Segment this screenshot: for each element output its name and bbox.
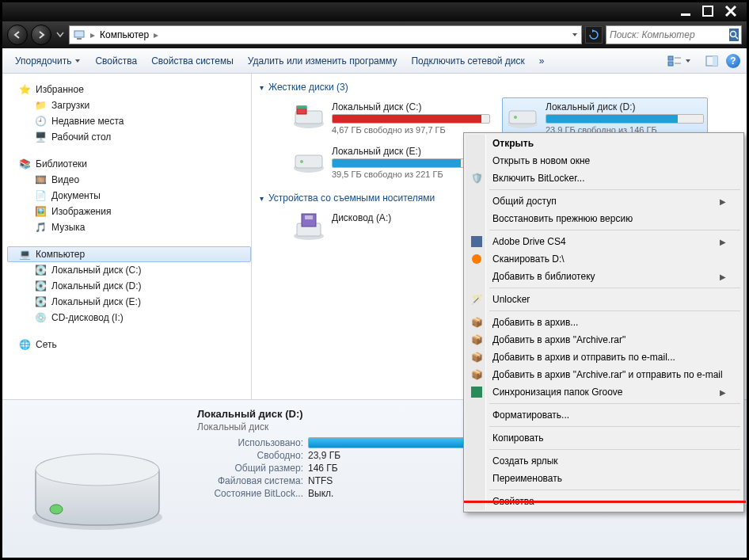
desktop-icon: 🖥️: [34, 131, 47, 143]
svg-rect-7: [668, 62, 673, 66]
ctx-shortcut[interactable]: Создать ярлык: [466, 452, 742, 470]
svg-point-30: [472, 254, 481, 264]
floppy-icon: [292, 212, 325, 241]
ctx-add-library[interactable]: Добавить в библиотеку▶: [466, 268, 742, 285]
maximize-button[interactable]: [702, 6, 713, 19]
sidebar-item-pictures[interactable]: 🖼️Изображения: [7, 204, 251, 219]
drive-icon: [292, 146, 325, 174]
sidebar-item-recent[interactable]: 🕘Недавние места: [7, 113, 251, 129]
svg-rect-3: [77, 38, 82, 40]
sidebar-item-desktop[interactable]: 🖥️Рабочий стол: [7, 129, 251, 145]
video-icon: 🎞️: [34, 173, 47, 186]
ctx-groove-sync[interactable]: Синхронизация папок Groove▶: [466, 383, 742, 401]
explorer-window: ▸ Компьютер ▸ Упорядочить Свойства Свойс…: [0, 0, 749, 560]
back-button[interactable]: [7, 25, 28, 45]
address-dropdown[interactable]: [572, 32, 578, 38]
star-icon: ⭐: [18, 83, 31, 96]
computer-header[interactable]: 💻Компьютер: [7, 246, 251, 262]
refresh-button[interactable]: [585, 26, 603, 44]
search-icon[interactable]: [729, 29, 739, 41]
fs-value: NTFS: [308, 475, 333, 486]
category-hdd[interactable]: ▾Жесткие диски (3): [257, 80, 742, 97]
minimize-button[interactable]: [680, 6, 691, 19]
favorites-header[interactable]: ⭐Избранное: [7, 82, 251, 97]
computer-icon: 💻: [18, 248, 31, 261]
ctx-bitlocker[interactable]: 🛡️Включить BitLocker...: [466, 170, 742, 187]
system-properties-button[interactable]: Свойства системы: [145, 52, 240, 70]
adobe-icon: [470, 234, 484, 249]
drive-large-icon: [26, 424, 169, 535]
chevron-right-icon: ▶: [720, 238, 726, 246]
ctx-unlocker[interactable]: 🪄Unlocker: [466, 291, 742, 308]
ctx-add-archive-email[interactable]: 📦Добавить в архив и отправить по e-mail.…: [466, 349, 742, 366]
command-bar: Упорядочить Свойства Свойства системы Уд…: [2, 48, 747, 74]
sidebar-item-music[interactable]: 🎵Музыка: [7, 219, 251, 235]
free-value: 23,9 ГБ: [308, 450, 340, 461]
sidebar-item-videos[interactable]: 🎞️Видео: [7, 172, 251, 188]
chevron-right-icon: ▶: [720, 197, 726, 206]
ctx-copy[interactable]: Копировать: [466, 429, 742, 447]
groove-icon: [470, 385, 484, 399]
documents-icon: 📄: [34, 189, 47, 202]
cd-icon: 💿: [34, 311, 47, 324]
help-button[interactable]: ?: [726, 54, 740, 68]
organize-button[interactable]: Упорядочить: [9, 52, 87, 70]
network-icon: 🌐: [18, 338, 31, 351]
sidebar-item-documents[interactable]: 📄Документы: [7, 188, 251, 204]
breadcrumb-segment[interactable]: Компьютер: [100, 29, 149, 40]
ctx-rename[interactable]: Переименовать: [466, 470, 742, 487]
svg-rect-29: [471, 236, 482, 247]
properties-button[interactable]: Свойства: [89, 52, 143, 70]
address-bar[interactable]: ▸ Компьютер ▸: [69, 25, 582, 44]
ctx-open-new-window[interactable]: Открыть в новом окне: [466, 152, 742, 170]
svg-rect-25: [305, 215, 313, 219]
ctx-open[interactable]: Открыть: [466, 135, 742, 152]
drive-icon: [292, 101, 325, 130]
folder-icon: 📁: [34, 99, 47, 112]
libraries-header[interactable]: 📚Библиотеки: [7, 156, 251, 172]
toolbar-overflow[interactable]: »: [533, 52, 551, 70]
uninstall-button[interactable]: Удалить или изменить программу: [241, 52, 404, 70]
ctx-add-archive[interactable]: 📦Добавить в архив...: [466, 314, 742, 331]
sidebar-item-drive-c[interactable]: 💽Локальный диск (C:): [7, 262, 251, 278]
ctx-add-archive-rar-email[interactable]: 📦Добавить в архив "Archive.rar" и отправ…: [466, 366, 742, 383]
sidebar-item-drive-d[interactable]: 💽Локальный диск (D:): [7, 278, 251, 294]
usage-bar: [332, 114, 490, 124]
shield-icon: 🛡️: [470, 171, 484, 185]
total-label: Общий размер:: [197, 463, 308, 474]
search-input[interactable]: [610, 29, 729, 40]
search-box[interactable]: [606, 25, 742, 44]
svg-line-5: [736, 36, 738, 39]
ctx-format[interactable]: Форматировать...: [466, 406, 742, 424]
sidebar-item-downloads[interactable]: 📁Загрузки: [7, 97, 251, 113]
sidebar-item-drive-e[interactable]: 💽Локальный диск (E:): [7, 294, 251, 310]
svg-point-21: [300, 160, 303, 163]
network-header[interactable]: 🌐Сеть: [7, 337, 251, 352]
sidebar-item-cd[interactable]: 💿CD-дисковод (I:): [7, 310, 251, 326]
ctx-restore[interactable]: Восстановить прежнюю версию: [466, 210, 742, 227]
ctx-adobe-drive[interactable]: Adobe Drive CS4▶: [466, 233, 742, 250]
computer-icon: [73, 29, 86, 41]
wand-icon: 🪄: [470, 292, 484, 307]
nav-history-dropdown[interactable]: [55, 27, 66, 43]
drive-icon: 💽: [34, 280, 47, 292]
winrar-icon: 📦: [470, 333, 484, 347]
chevron-right-icon: ▸: [152, 29, 160, 40]
ctx-share[interactable]: Общий доступ▶: [466, 192, 742, 210]
winrar-icon: 📦: [470, 350, 484, 364]
winrar-icon: 📦: [470, 368, 484, 382]
svg-rect-2: [74, 31, 84, 37]
ctx-add-archive-rar[interactable]: 📦Добавить в архив "Archive.rar": [466, 331, 742, 349]
close-button[interactable]: [724, 5, 737, 20]
ctx-scan[interactable]: Сканировать D:\: [466, 250, 742, 268]
svg-rect-11: [713, 56, 717, 66]
svg-point-4: [731, 32, 736, 37]
highlight-annotation: [464, 501, 746, 503]
map-drive-button[interactable]: Подключить сетевой диск: [405, 52, 530, 70]
total-value: 146 ГБ: [308, 463, 338, 474]
forward-button[interactable]: [31, 25, 51, 45]
preview-pane-button[interactable]: [699, 52, 724, 70]
view-options-button[interactable]: [661, 52, 698, 70]
svg-point-28: [50, 505, 63, 514]
pictures-icon: 🖼️: [34, 205, 47, 218]
